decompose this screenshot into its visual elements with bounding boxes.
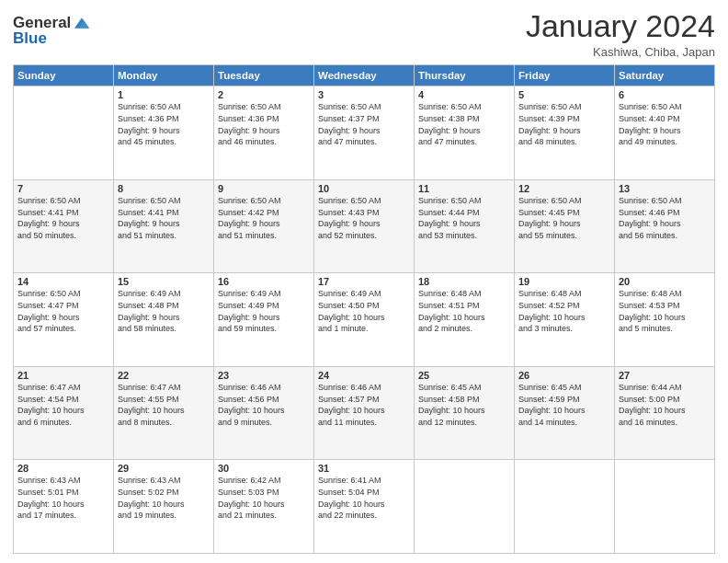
day-info: Sunrise: 6:50 AMSunset: 4:39 PMDaylight:…	[518, 101, 610, 147]
day-info: Sunrise: 6:49 AMSunset: 4:48 PMDaylight:…	[118, 288, 210, 334]
table-row: 3Sunrise: 6:50 AMSunset: 4:37 PMDaylight…	[314, 86, 415, 180]
day-number: 25	[418, 370, 510, 381]
day-number: 1	[118, 89, 210, 100]
table-row: 12Sunrise: 6:50 AMSunset: 4:45 PMDayligh…	[515, 179, 615, 273]
day-number: 28	[17, 463, 109, 474]
day-info: Sunrise: 6:46 AMSunset: 4:56 PMDaylight:…	[218, 382, 310, 428]
table-row: 20Sunrise: 6:48 AMSunset: 4:53 PMDayligh…	[615, 273, 715, 367]
day-number: 14	[17, 276, 109, 287]
day-number: 30	[218, 463, 310, 474]
day-number: 19	[518, 276, 610, 287]
day-info: Sunrise: 6:44 AMSunset: 5:00 PMDaylight:…	[619, 382, 711, 428]
table-row: 18Sunrise: 6:48 AMSunset: 4:51 PMDayligh…	[415, 273, 515, 367]
day-info: Sunrise: 6:43 AMSunset: 5:02 PMDaylight:…	[118, 475, 210, 521]
day-info: Sunrise: 6:50 AMSunset: 4:41 PMDaylight:…	[17, 195, 109, 241]
table-row: 22Sunrise: 6:47 AMSunset: 4:55 PMDayligh…	[114, 366, 214, 460]
day-info: Sunrise: 6:50 AMSunset: 4:45 PMDaylight:…	[518, 195, 610, 241]
main-title: January 2024	[526, 9, 715, 43]
table-row: 16Sunrise: 6:49 AMSunset: 4:49 PMDayligh…	[214, 273, 314, 367]
day-info: Sunrise: 6:47 AMSunset: 4:54 PMDaylight:…	[17, 382, 109, 428]
table-row: 19Sunrise: 6:48 AMSunset: 4:52 PMDayligh…	[515, 273, 615, 367]
table-row: 7Sunrise: 6:50 AMSunset: 4:41 PMDaylight…	[14, 179, 114, 273]
day-number: 27	[619, 370, 711, 381]
day-number: 9	[218, 183, 310, 194]
calendar-week-row: 21Sunrise: 6:47 AMSunset: 4:54 PMDayligh…	[14, 366, 715, 460]
logo-icon	[72, 13, 92, 33]
day-number: 20	[619, 276, 711, 287]
day-number: 29	[118, 463, 210, 474]
day-info: Sunrise: 6:49 AMSunset: 4:49 PMDaylight:…	[218, 288, 310, 334]
table-row: 14Sunrise: 6:50 AMSunset: 4:47 PMDayligh…	[14, 273, 114, 367]
table-row: 6Sunrise: 6:50 AMSunset: 4:40 PMDaylight…	[615, 86, 715, 180]
col-saturday: Saturday	[615, 65, 715, 86]
title-block: January 2024 Kashiwa, Chiba, Japan	[526, 9, 715, 59]
day-info: Sunrise: 6:46 AMSunset: 4:57 PMDaylight:…	[318, 382, 410, 428]
table-row	[515, 460, 615, 554]
day-info: Sunrise: 6:49 AMSunset: 4:50 PMDaylight:…	[318, 288, 410, 334]
table-row	[14, 86, 114, 180]
table-row: 1Sunrise: 6:50 AMSunset: 4:36 PMDaylight…	[114, 86, 214, 180]
calendar-week-row: 7Sunrise: 6:50 AMSunset: 4:41 PMDaylight…	[14, 179, 715, 273]
day-number: 2	[218, 89, 310, 100]
calendar-header-row: Sunday Monday Tuesday Wednesday Thursday…	[14, 65, 715, 86]
day-info: Sunrise: 6:50 AMSunset: 4:36 PMDaylight:…	[118, 101, 210, 147]
day-info: Sunrise: 6:47 AMSunset: 4:55 PMDaylight:…	[118, 382, 210, 428]
day-info: Sunrise: 6:50 AMSunset: 4:37 PMDaylight:…	[318, 101, 410, 147]
col-friday: Friday	[515, 65, 615, 86]
table-row: 11Sunrise: 6:50 AMSunset: 4:44 PMDayligh…	[415, 179, 515, 273]
day-info: Sunrise: 6:45 AMSunset: 4:58 PMDaylight:…	[418, 382, 510, 428]
day-info: Sunrise: 6:50 AMSunset: 4:38 PMDaylight:…	[418, 101, 510, 147]
day-info: Sunrise: 6:50 AMSunset: 4:40 PMDaylight:…	[619, 101, 711, 147]
calendar-week-row: 1Sunrise: 6:50 AMSunset: 4:36 PMDaylight…	[14, 86, 715, 180]
day-info: Sunrise: 6:50 AMSunset: 4:36 PMDaylight:…	[218, 101, 310, 147]
day-number: 7	[17, 183, 109, 194]
day-number: 3	[318, 89, 410, 100]
day-info: Sunrise: 6:48 AMSunset: 4:52 PMDaylight:…	[518, 288, 610, 334]
day-number: 10	[318, 183, 410, 194]
day-number: 22	[118, 370, 210, 381]
table-row: 26Sunrise: 6:45 AMSunset: 4:59 PMDayligh…	[515, 366, 615, 460]
day-number: 11	[418, 183, 510, 194]
day-number: 12	[518, 183, 610, 194]
table-row: 21Sunrise: 6:47 AMSunset: 4:54 PMDayligh…	[14, 366, 114, 460]
day-number: 8	[118, 183, 210, 194]
col-thursday: Thursday	[415, 65, 515, 86]
day-number: 24	[318, 370, 410, 381]
table-row: 24Sunrise: 6:46 AMSunset: 4:57 PMDayligh…	[314, 366, 415, 460]
day-number: 21	[17, 370, 109, 381]
day-number: 31	[318, 463, 410, 474]
day-number: 16	[218, 276, 310, 287]
day-number: 23	[218, 370, 310, 381]
day-number: 26	[518, 370, 610, 381]
col-wednesday: Wednesday	[314, 65, 415, 86]
table-row: 4Sunrise: 6:50 AMSunset: 4:38 PMDaylight…	[415, 86, 515, 180]
calendar-week-row: 28Sunrise: 6:43 AMSunset: 5:01 PMDayligh…	[14, 460, 715, 554]
table-row: 23Sunrise: 6:46 AMSunset: 4:56 PMDayligh…	[214, 366, 314, 460]
table-row: 30Sunrise: 6:42 AMSunset: 5:03 PMDayligh…	[214, 460, 314, 554]
day-info: Sunrise: 6:48 AMSunset: 4:51 PMDaylight:…	[418, 288, 510, 334]
table-row: 2Sunrise: 6:50 AMSunset: 4:36 PMDaylight…	[214, 86, 314, 180]
page: General Blue January 2024 Kashiwa, Chiba…	[0, 0, 728, 563]
day-number: 13	[619, 183, 711, 194]
table-row: 17Sunrise: 6:49 AMSunset: 4:50 PMDayligh…	[314, 273, 415, 367]
day-number: 17	[318, 276, 410, 287]
table-row: 13Sunrise: 6:50 AMSunset: 4:46 PMDayligh…	[615, 179, 715, 273]
day-number: 5	[518, 89, 610, 100]
logo: General Blue	[13, 13, 92, 48]
table-row: 15Sunrise: 6:49 AMSunset: 4:48 PMDayligh…	[114, 273, 214, 367]
col-sunday: Sunday	[14, 65, 114, 86]
day-info: Sunrise: 6:50 AMSunset: 4:42 PMDaylight:…	[218, 195, 310, 241]
table-row: 10Sunrise: 6:50 AMSunset: 4:43 PMDayligh…	[314, 179, 415, 273]
day-info: Sunrise: 6:50 AMSunset: 4:47 PMDaylight:…	[17, 288, 109, 334]
table-row	[415, 460, 515, 554]
day-info: Sunrise: 6:50 AMSunset: 4:43 PMDaylight:…	[318, 195, 410, 241]
location: Kashiwa, Chiba, Japan	[526, 45, 715, 59]
day-number: 18	[418, 276, 510, 287]
table-row: 31Sunrise: 6:41 AMSunset: 5:04 PMDayligh…	[314, 460, 415, 554]
day-number: 4	[418, 89, 510, 100]
table-row: 25Sunrise: 6:45 AMSunset: 4:58 PMDayligh…	[415, 366, 515, 460]
logo-blue: Blue	[13, 29, 47, 48]
day-info: Sunrise: 6:43 AMSunset: 5:01 PMDaylight:…	[17, 475, 109, 521]
day-info: Sunrise: 6:42 AMSunset: 5:03 PMDaylight:…	[218, 475, 310, 521]
day-number: 6	[619, 89, 711, 100]
